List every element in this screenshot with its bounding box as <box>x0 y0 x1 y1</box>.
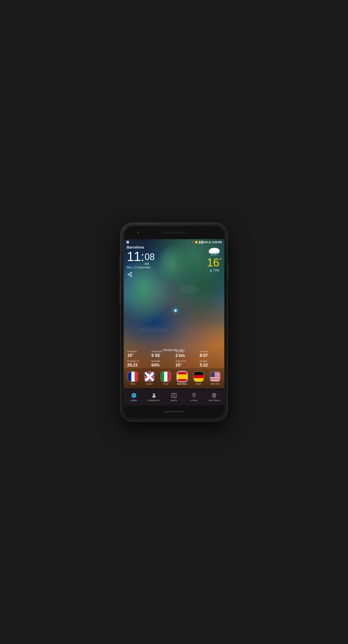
svg-rect-12 <box>145 372 155 382</box>
svg-line-15 <box>145 372 155 382</box>
nav-forecast[interactable]: FORECAST <box>144 392 164 402</box>
rome-label: Rome <box>163 383 168 385</box>
svg-point-0 <box>130 272 132 274</box>
photo-icon: 🖼 <box>126 241 129 244</box>
nav-settings[interactable]: SETTINGS <box>204 392 224 402</box>
es-middle <box>177 374 187 379</box>
city-london[interactable]: London <box>141 371 158 385</box>
spanish-flag <box>177 372 187 381</box>
city-paris[interactable]: Paris <box>125 371 141 385</box>
svg-line-13 <box>145 372 155 382</box>
it-green <box>161 372 164 381</box>
phone-inner: 🖼 📍 📶 ▐▐▐ 89% ▮ 2:08 PM Barcelona 11 : <box>124 226 224 418</box>
city-new-york[interactable]: New York <box>207 371 223 385</box>
es-bottom <box>177 379 187 382</box>
dew-point-cell: Dew Point 15° <box>174 359 198 369</box>
svg-line-11 <box>217 253 218 255</box>
settings-svg <box>211 393 217 398</box>
it-red <box>167 372 171 381</box>
humidity-label: Humidity <box>151 360 172 363</box>
drop-icon: 💧 <box>209 269 212 272</box>
humidity-row: 💧 70% <box>207 269 222 272</box>
home-icon <box>131 392 137 399</box>
city-barcelona[interactable]: Barcelona <box>174 371 191 385</box>
maps-icon <box>171 392 177 399</box>
status-icons: 📍 📶 ▐▐▐ 89% ▮ 2:08 PM <box>191 241 222 244</box>
forecast-icon <box>151 392 157 399</box>
time-ampm: AM <box>145 263 155 265</box>
location-dot <box>174 309 177 312</box>
share-svg <box>127 272 132 277</box>
de-black <box>194 372 203 375</box>
fr-red <box>135 372 138 381</box>
nav-maps[interactable]: MAPS <box>164 392 184 402</box>
sunset-cell: Sunset 5:22 <box>198 359 222 369</box>
home-svg <box>131 393 137 398</box>
wind-label: Wind (m/s) <box>151 350 172 353</box>
svg-line-10 <box>215 253 216 255</box>
stats-grid: Feels like 16° Wind (m/s) 9 SE Visibilit… <box>124 349 224 369</box>
uk-flag-svg <box>145 372 155 382</box>
weather-main: Barcelona 11 : 08 AM Mon, 11 December <box>127 245 155 269</box>
feels-like-value: 16° <box>127 353 148 358</box>
us-flag <box>210 372 220 381</box>
pressure-label: Pressure (") <box>127 360 148 363</box>
nav-home[interactable]: HOME <box>124 392 144 402</box>
it-white <box>164 372 167 381</box>
sunrise-value: 8:07 <box>200 353 221 358</box>
phone-frame: 🖼 📍 📶 ▐▐▐ 89% ▮ 2:08 PM Barcelona 11 : <box>121 223 227 421</box>
de-gold <box>194 378 203 381</box>
sunset-value: 5:22 <box>200 363 221 367</box>
city-berlin[interactable]: Berlin <box>191 371 207 385</box>
time-hour: 11 <box>127 250 140 263</box>
sunrise-cell: Sunrise 8:07 <box>198 349 222 359</box>
home-indicator <box>164 411 184 412</box>
flag-berlin <box>193 371 204 382</box>
terrain-snow-1 <box>179 286 199 293</box>
svg-line-9 <box>213 253 214 255</box>
maps-svg <box>171 393 177 398</box>
flag-rome <box>161 371 171 382</box>
french-flag <box>128 372 138 381</box>
svg-line-14 <box>145 372 155 382</box>
svg-marker-30 <box>172 393 176 398</box>
de-red <box>194 375 203 378</box>
maps-label: MAPS <box>171 399 177 402</box>
date-display: Mon, 11 December <box>127 266 155 269</box>
pressure-value: 29.23 <box>127 363 148 367</box>
wind-value: 9 SE <box>151 353 172 358</box>
camera <box>137 232 139 234</box>
svg-line-4 <box>129 275 130 275</box>
visibility-cell: Visibility 2 km <box>174 349 198 359</box>
time-minutes: 08 <box>145 252 155 262</box>
pressure-cell: Pressure (") 29.23 <box>126 359 150 369</box>
svg-line-8 <box>211 253 212 255</box>
nav-cities[interactable]: CITIES <box>184 392 204 402</box>
temp-degree: ° <box>219 257 222 264</box>
cloud-rain-svg <box>207 247 222 256</box>
svg-point-7 <box>214 250 219 253</box>
city-name: Barcelona <box>127 245 155 249</box>
location-icon: 📍 <box>191 241 194 243</box>
battery-percent: 89% <box>204 241 209 243</box>
german-flag <box>194 372 203 381</box>
time-min-ampm: 08 AM <box>145 252 155 265</box>
svg-point-1 <box>128 274 129 275</box>
humidity-cell: Humidity 64% <box>150 359 174 369</box>
battery-icon: ▮ <box>209 241 211 243</box>
share-icon[interactable] <box>127 272 132 278</box>
dew-point-label: Dew Point <box>176 360 197 363</box>
flag-barcelona <box>177 371 187 382</box>
humidity-value: 70% <box>213 269 219 272</box>
sunrise-label: Sunrise <box>200 350 221 353</box>
fr-blue <box>128 372 131 381</box>
new-york-label: New York <box>211 383 219 385</box>
status-bar: 🖼 📍 📶 ▐▐▐ 89% ▮ 2:08 PM <box>124 239 224 245</box>
cities-svg <box>191 393 197 398</box>
es-top <box>177 372 187 374</box>
settings-label: SETTINGS <box>209 399 220 402</box>
visibility-label: Visibility <box>176 350 197 353</box>
svg-line-16 <box>145 372 155 382</box>
terrain-snow-2 <box>139 327 169 332</box>
city-rome[interactable]: Rome <box>157 371 174 385</box>
